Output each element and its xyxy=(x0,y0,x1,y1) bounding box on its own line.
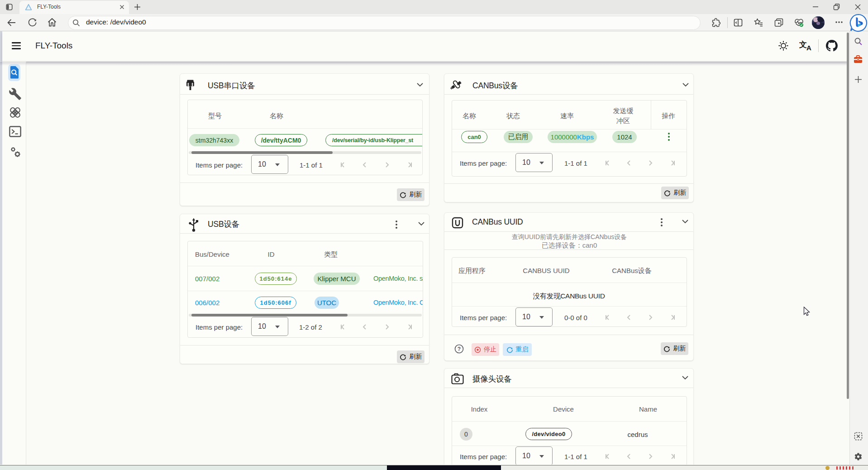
svg-text:?: ? xyxy=(458,346,461,352)
